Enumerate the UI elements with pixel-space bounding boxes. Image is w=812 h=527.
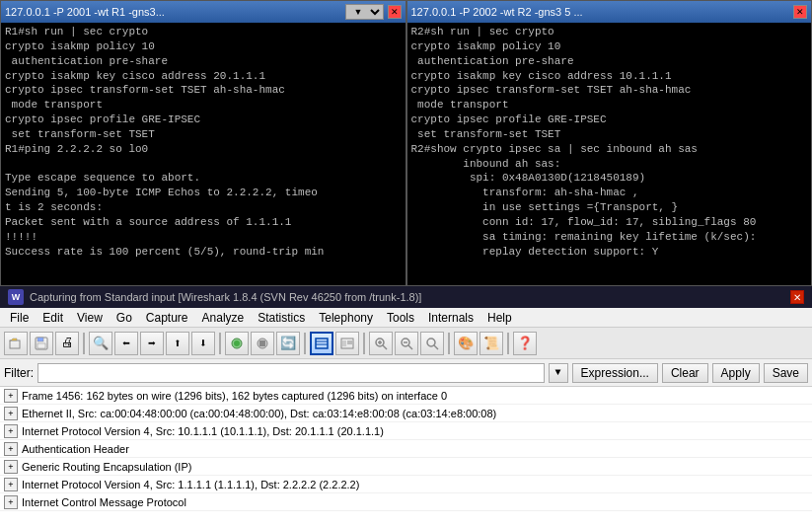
toolbar-sep-4 bbox=[363, 333, 365, 354]
filter-label: Filter: bbox=[4, 366, 34, 380]
packet-expand-7[interactable]: + bbox=[4, 495, 18, 509]
wireshark-menubar: File Edit View Go Capture Analyze Statis… bbox=[0, 308, 812, 328]
svg-line-20 bbox=[408, 345, 412, 349]
packet-text-4: Authentication Header bbox=[22, 443, 129, 455]
terminal-dropdown-1[interactable]: ▼ bbox=[345, 4, 384, 20]
terminal-window-2: 127.0.0.1 -P 2002 -wt R2 -gns3 5 ... ✕ R… bbox=[406, 0, 813, 286]
svg-line-16 bbox=[383, 345, 387, 349]
toolbar-last-btn[interactable]: ⬇ bbox=[191, 332, 215, 355]
filter-dropdown-btn[interactable]: ▼ bbox=[549, 363, 568, 383]
toolbar-sep-2 bbox=[219, 333, 221, 354]
toolbar-first-btn[interactable]: ⬆ bbox=[166, 332, 189, 355]
toolbar-help-btn[interactable]: ❓ bbox=[513, 332, 537, 355]
toolbar-packet-detail-btn[interactable] bbox=[335, 332, 359, 355]
apply-btn[interactable]: Apply bbox=[712, 363, 760, 383]
svg-rect-12 bbox=[342, 340, 346, 346]
packet-text-7: Internet Control Message Protocol bbox=[22, 496, 186, 508]
toolbar-sep-1 bbox=[83, 333, 85, 354]
menu-edit[interactable]: Edit bbox=[37, 310, 69, 326]
packet-expand-1[interactable]: + bbox=[4, 389, 18, 403]
toolbar-zoom-normal-btn[interactable] bbox=[420, 332, 444, 355]
menu-go[interactable]: Go bbox=[111, 310, 138, 326]
terminal-titlebar-1: 127.0.0.1 -P 2001 -wt R1 -gns3... ▼ ✕ bbox=[1, 1, 406, 23]
svg-line-23 bbox=[434, 345, 438, 349]
toolbar-sep-6 bbox=[507, 333, 509, 354]
menu-view[interactable]: View bbox=[71, 310, 109, 326]
svg-rect-8 bbox=[316, 339, 328, 348]
terminal-close-btn-2[interactable]: ✕ bbox=[793, 5, 807, 19]
svg-rect-3 bbox=[37, 343, 45, 348]
packet-expand-3[interactable]: + bbox=[4, 424, 18, 438]
packet-row-7[interactable]: + Internet Control Message Protocol bbox=[0, 493, 812, 511]
menu-internals[interactable]: Internals bbox=[422, 310, 480, 326]
svg-point-22 bbox=[427, 339, 435, 346]
menu-analyze[interactable]: Analyze bbox=[196, 310, 251, 326]
packet-row-6[interactable]: + Internet Protocol Version 4, Src: 1.1.… bbox=[0, 476, 812, 493]
toolbar-zoom-in-btn[interactable] bbox=[369, 332, 393, 355]
wireshark-titlebar: W Capturing from Standard input [Wiresha… bbox=[0, 286, 812, 308]
wireshark-close-btn[interactable]: ✕ bbox=[790, 290, 804, 304]
menu-statistics[interactable]: Statistics bbox=[252, 310, 311, 326]
toolbar-autoscroll-btn[interactable]: 📜 bbox=[480, 332, 503, 355]
packet-text-1: Frame 1456: 162 bytes on wire (1296 bits… bbox=[22, 390, 447, 402]
terminal-content-2: R2#sh run | sec crypto crypto isakmp pol… bbox=[407, 23, 812, 285]
wireshark-title-left: W Capturing from Standard input [Wiresha… bbox=[8, 289, 421, 305]
toolbar-colorize-btn[interactable]: 🎨 bbox=[454, 332, 478, 355]
toolbar-find-btn[interactable]: 🔍 bbox=[89, 332, 112, 355]
terminal-window-1: 127.0.0.1 -P 2001 -wt R1 -gns3... ▼ ✕ R1… bbox=[0, 0, 406, 286]
packet-row-1[interactable]: + Frame 1456: 162 bytes on wire (1296 bi… bbox=[0, 387, 812, 405]
wireshark-window: W Capturing from Standard input [Wiresha… bbox=[0, 286, 812, 527]
save-btn[interactable]: Save bbox=[764, 363, 808, 383]
packet-text-2: Ethernet II, Src: ca:00:04:48:00:00 (ca:… bbox=[22, 408, 496, 419]
wireshark-toolbar: 🖨 🔍 ⬅ ➡ ⬆ ⬇ 🔄 🎨 📜 bbox=[0, 328, 812, 359]
menu-file[interactable]: File bbox=[4, 310, 35, 326]
packet-row-2[interactable]: + Ethernet II, Src: ca:00:04:48:00:00 (c… bbox=[0, 405, 812, 422]
packet-expand-6[interactable]: + bbox=[4, 478, 18, 491]
menu-telephony[interactable]: Telephony bbox=[313, 310, 379, 326]
terminal-content-1: R1#sh run | sec crypto crypto isakmp pol… bbox=[1, 23, 406, 285]
filter-input[interactable] bbox=[37, 363, 545, 383]
toolbar-capture-start-btn[interactable] bbox=[225, 332, 249, 355]
terminals-area: 127.0.0.1 -P 2001 -wt R1 -gns3... ▼ ✕ R1… bbox=[0, 0, 812, 286]
packet-row-3[interactable]: + Internet Protocol Version 4, Src: 10.1… bbox=[0, 422, 812, 440]
terminal-titlebar-2: 127.0.0.1 -P 2002 -wt R2 -gns3 5 ... ✕ bbox=[407, 1, 812, 23]
svg-rect-0 bbox=[10, 340, 20, 348]
toolbar-next-btn[interactable]: ➡ bbox=[140, 332, 164, 355]
packet-expand-4[interactable]: + bbox=[4, 442, 18, 456]
svg-rect-2 bbox=[37, 338, 43, 341]
toolbar-zoom-out-btn[interactable] bbox=[395, 332, 418, 355]
terminal-title-buttons-2: ✕ bbox=[793, 5, 807, 19]
packet-text-5: Generic Routing Encapsulation (IP) bbox=[22, 461, 191, 473]
packet-text-6: Internet Protocol Version 4, Src: 1.1.1.… bbox=[22, 479, 359, 490]
svg-rect-7 bbox=[259, 340, 265, 346]
terminal-title-buttons-1: ▼ ✕ bbox=[345, 4, 402, 20]
toolbar-capture-stop-btn[interactable] bbox=[251, 332, 274, 355]
packet-expand-2[interactable]: + bbox=[4, 407, 18, 420]
toolbar-print-btn[interactable]: 🖨 bbox=[55, 332, 79, 355]
packet-row-4[interactable]: + Authentication Header bbox=[0, 440, 812, 458]
packet-expand-5[interactable]: + bbox=[4, 460, 18, 474]
wireshark-icon: W bbox=[8, 289, 24, 305]
menu-help[interactable]: Help bbox=[481, 310, 518, 326]
menu-tools[interactable]: Tools bbox=[381, 310, 420, 326]
svg-point-5 bbox=[234, 340, 240, 346]
toolbar-open-btn[interactable] bbox=[4, 332, 28, 355]
packet-text-3: Internet Protocol Version 4, Src: 10.1.1… bbox=[22, 425, 384, 437]
terminal-title-1: 127.0.0.1 -P 2001 -wt R1 -gns3... bbox=[5, 6, 165, 18]
toolbar-save-btn[interactable] bbox=[30, 332, 53, 355]
terminal-title-2: 127.0.0.1 -P 2002 -wt R2 -gns3 5 ... bbox=[411, 6, 583, 18]
packet-row-5[interactable]: + Generic Routing Encapsulation (IP) bbox=[0, 458, 812, 476]
wireshark-filterbar: Filter: ▼ Expression... Clear Apply Save bbox=[0, 359, 812, 387]
toolbar-sep-5 bbox=[448, 333, 450, 354]
expression-btn[interactable]: Expression... bbox=[572, 363, 658, 383]
toolbar-packet-list-btn[interactable] bbox=[310, 332, 333, 355]
toolbar-sep-3 bbox=[304, 333, 306, 354]
clear-btn[interactable]: Clear bbox=[662, 363, 708, 383]
toolbar-capture-restart-btn[interactable]: 🔄 bbox=[276, 332, 300, 355]
menu-capture[interactable]: Capture bbox=[140, 310, 194, 326]
packet-list: + Frame 1456: 162 bytes on wire (1296 bi… bbox=[0, 387, 812, 527]
toolbar-prev-btn[interactable]: ⬅ bbox=[114, 332, 138, 355]
terminal-close-btn-1[interactable]: ✕ bbox=[388, 5, 402, 19]
wireshark-title: Capturing from Standard input [Wireshark… bbox=[30, 291, 421, 303]
